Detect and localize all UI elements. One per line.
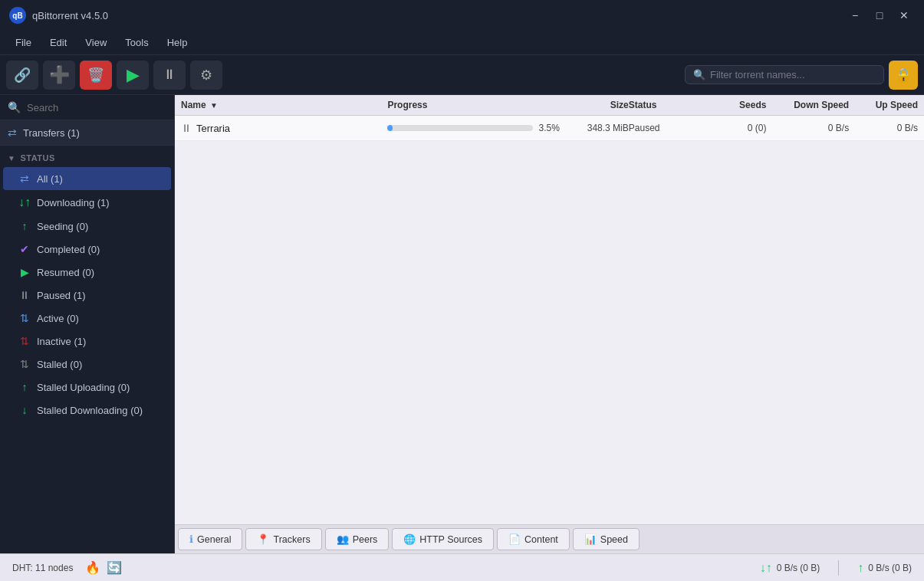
sidebar-item-completed[interactable]: ✔ Completed (0) (3, 238, 171, 261)
sort-arrow-icon: ▼ (210, 101, 218, 110)
column-header-down-speed[interactable]: Down Speed (766, 100, 849, 110)
speed-divider (838, 560, 839, 576)
add-link-button[interactable]: 🔗 (6, 61, 38, 90)
active-icon: ⇅ (18, 312, 31, 324)
sidebar-item-paused[interactable]: ⏸ Paused (1) (3, 284, 171, 307)
all-icon: ⇄ (18, 172, 31, 185)
pause-indicator-icon: ⏸ (181, 122, 192, 134)
refresh-icon[interactable]: 🔄 (107, 560, 122, 575)
completed-label: Completed (0) (37, 244, 100, 255)
sidebar: 🔍 ⇄ Transfers (1) ▼ STATUS ⇄ All (1) ↓↑ … (0, 95, 175, 553)
torrent-status-cell: Paused (629, 123, 698, 133)
stalled-label: Stalled (0) (37, 359, 82, 370)
speed-icon: 📊 (584, 533, 597, 545)
sidebar-item-stalled-downloading[interactable]: ↓ Stalled Downloading (0) (3, 399, 171, 422)
filter-input[interactable] (710, 69, 876, 80)
column-header-name[interactable]: Name ▼ (181, 100, 387, 110)
download-speed-status: ↓↑ 0 B/s (0 B) (760, 561, 820, 575)
torrent-up-speed-cell: 0 B/s (849, 123, 918, 133)
http-sources-icon: 🌐 (403, 533, 416, 545)
sidebar-item-inactive[interactable]: ⇅ Inactive (1) (3, 330, 171, 353)
content-icon: 📄 (508, 533, 521, 545)
torrent-seeds-cell: 0 (0) (698, 123, 767, 133)
transfers-tab[interactable]: ⇄ Transfers (1) (0, 120, 174, 146)
tab-general-label: General (197, 534, 231, 545)
progress-bar-background (387, 125, 532, 131)
sidebar-item-active[interactable]: ⇅ Active (0) (3, 307, 171, 330)
sidebar-search-bar: 🔍 (0, 95, 174, 120)
upload-speed-status: ↑ 0 B/s (0 B) (857, 561, 912, 575)
transfers-icon: ⇄ (8, 126, 17, 139)
statusbar: DHT: 11 nodes 🔥 🔄 ↓↑ 0 B/s (0 B) ↑ 0 B/s… (0, 553, 924, 581)
active-label: Active (0) (37, 313, 79, 324)
maximize-button[interactable]: □ (869, 7, 890, 24)
minimize-button[interactable]: − (844, 7, 866, 24)
add-torrent-button[interactable]: ➕ (43, 61, 75, 90)
options-button[interactable]: ⚙ (190, 61, 222, 90)
all-label: All (1) (37, 173, 63, 185)
sidebar-item-all[interactable]: ⇄ All (1) (3, 167, 171, 190)
remove-button[interactable]: 🗑️ (80, 61, 112, 90)
lock-button[interactable]: 🔒 (889, 61, 918, 90)
downloading-icon: ↓↑ (18, 195, 31, 209)
table-row[interactable]: ⏸ Terraria 3.5% 348.3 MiB Paused 0 (0) 0… (175, 116, 924, 141)
titlebar-left: qB qBittorrent v4.5.0 (9, 7, 108, 24)
column-header-size[interactable]: Size (560, 100, 629, 110)
detail-tabs: ℹ General 📍 Trackers 👥 Peers 🌐 HTTP Sour… (175, 524, 924, 553)
torrent-progress-cell: 3.5% (387, 123, 560, 133)
tab-http-sources-label: HTTP Sources (419, 534, 482, 545)
menu-edit[interactable]: Edit (41, 34, 76, 51)
sidebar-item-stalled[interactable]: ⇅ Stalled (0) (3, 353, 171, 376)
resume-button[interactable]: ▶ (117, 61, 149, 90)
column-header-status[interactable]: Status (629, 100, 698, 110)
menu-file[interactable]: File (6, 34, 41, 51)
fire-icon[interactable]: 🔥 (85, 560, 100, 575)
tab-general[interactable]: ℹ General (178, 528, 242, 550)
titlebar-title: qBittorrent v4.5.0 (32, 10, 108, 21)
resumed-label: Resumed (0) (37, 267, 94, 278)
sidebar-search-input[interactable] (27, 102, 166, 113)
sidebar-search-icon: 🔍 (8, 101, 21, 113)
general-icon: ℹ (189, 533, 193, 545)
menu-tools[interactable]: Tools (116, 34, 157, 51)
tab-content-label: Content (524, 534, 558, 545)
menu-view[interactable]: View (76, 34, 116, 51)
pause-button[interactable]: ⏸ (153, 61, 186, 90)
stalled-icon: ⇅ (18, 358, 31, 370)
seeding-label: Seeding (0) (37, 221, 88, 232)
sidebar-item-stalled-uploading[interactable]: ↑ Stalled Uploading (0) (3, 376, 171, 399)
stalled-uploading-label: Stalled Uploading (0) (37, 382, 130, 393)
tab-trackers[interactable]: 📍 Trackers (245, 528, 321, 550)
ul-speed-label: 0 B/s (0 B) (868, 563, 912, 573)
sidebar-item-downloading[interactable]: ↓↑ Downloading (1) (3, 190, 171, 215)
torrent-name: Terraria (196, 123, 230, 134)
toolbar: 🔗 ➕ 🗑️ ▶ ⏸ ⚙ 🔍 🔒 (0, 55, 924, 95)
inactive-label: Inactive (1) (37, 336, 86, 347)
close-button[interactable]: ✕ (893, 7, 915, 24)
column-header-progress[interactable]: Progress (387, 100, 560, 110)
sidebar-item-resumed[interactable]: ▶ Resumed (0) (3, 261, 171, 284)
dl-speed-label: 0 B/s (0 B) (777, 563, 820, 573)
tab-http-sources[interactable]: 🌐 HTTP Sources (392, 528, 494, 550)
menu-help[interactable]: Help (158, 34, 197, 51)
dl-arrow-icon: ↓↑ (760, 561, 772, 575)
stalled-downloading-icon: ↓ (18, 404, 31, 416)
main-layout: 🔍 ⇄ Transfers (1) ▼ STATUS ⇄ All (1) ↓↑ … (0, 95, 924, 553)
stalled-downloading-label: Stalled Downloading (0) (37, 405, 143, 416)
tab-speed[interactable]: 📊 Speed (573, 528, 640, 550)
tab-peers[interactable]: 👥 Peers (325, 528, 390, 550)
sidebar-item-seeding[interactable]: ↑ Seeding (0) (3, 215, 171, 238)
column-header-seeds[interactable]: Seeds (698, 100, 767, 110)
tab-speed-label: Speed (600, 534, 628, 545)
chevron-down-icon: ▼ (8, 154, 15, 162)
stalled-uploading-icon: ↑ (18, 381, 31, 393)
table-header: Name ▼ Progress Size Status Seeds Down S… (175, 95, 924, 116)
status-header-label: STATUS (20, 153, 54, 162)
tab-content[interactable]: 📄 Content (497, 528, 570, 550)
inactive-icon: ⇅ (18, 335, 31, 347)
titlebar: qB qBittorrent v4.5.0 − □ ✕ (0, 0, 924, 31)
ul-arrow-icon: ↑ (857, 561, 863, 575)
progress-bar-fill (387, 125, 393, 131)
status-header: ▼ STATUS (0, 149, 174, 167)
column-header-up-speed[interactable]: Up Speed (849, 100, 918, 110)
